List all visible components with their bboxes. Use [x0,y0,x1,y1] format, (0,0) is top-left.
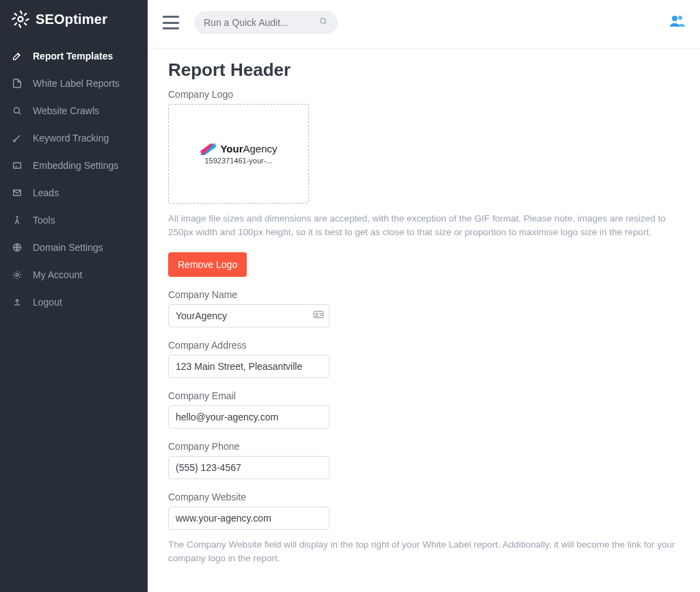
website-note: The Company Website field will display i… [168,538,679,566]
svg-point-11 [316,313,318,315]
brand-text: SEOptimer [36,12,107,27]
company-logo-mark-icon [200,143,216,155]
upload-icon [11,297,23,308]
magnify-icon [11,105,23,116]
company-website-label: Company Website [168,492,679,502]
sidebar-item-tools[interactable]: Tools [0,206,148,234]
company-phone-label: Company Phone [168,441,679,452]
logo-preview-top: YourAgency [200,143,277,155]
app-root: SEOptimer Report Templates White Label R… [0,0,700,592]
company-name-row: Company Name [168,289,679,327]
search-input-wrap[interactable] [194,11,338,34]
svg-point-6 [16,273,18,276]
sidebar-item-website-crawls[interactable]: Website Crawls [0,97,148,124]
company-logo-bold: Your [220,143,243,154]
sidebar-item-label: Domain Settings [33,242,103,253]
logo-dropzone[interactable]: YourAgency 1592371461-your-... [168,104,309,204]
search-icon [319,16,328,29]
svg-point-2 [14,140,16,142]
doc-icon [11,78,23,89]
sidebar: SEOptimer Report Templates White Label R… [0,0,148,592]
svg-point-9 [678,16,682,20]
sidebar-item-my-account[interactable]: My Account [0,261,148,288]
sidebar-item-embedding-settings[interactable]: Embedding Settings [0,152,148,179]
tools-icon [11,215,23,226]
svg-point-7 [321,18,325,23]
key-icon [11,133,23,144]
sidebar-item-logout[interactable]: Logout [0,288,148,316]
company-website-input[interactable] [168,507,329,530]
brand: SEOptimer [0,0,148,41]
sidebar-item-keyword-tracking[interactable]: Keyword Tracking [0,124,148,152]
sidebar-item-label: Report Templates [33,51,113,62]
id-card-icon [313,310,324,322]
sidebar-item-label: Keyword Tracking [33,133,109,144]
sidebar-item-white-label-reports[interactable]: White Label Reports [0,70,148,97]
remove-logo-button[interactable]: Remove Logo [168,252,247,277]
topbar [148,0,700,49]
sidebar-item-label: Embedding Settings [33,160,118,171]
company-email-input[interactable] [168,405,329,429]
sidebar-item-label: Logout [33,297,62,308]
globe-icon [11,242,23,253]
company-logo-light: Agency [243,143,278,154]
sidebar-item-label: White Label Reports [33,78,120,89]
company-address-row: Company Address [168,340,679,378]
main: Report Header Company Logo YourAgency 15… [148,0,700,592]
company-logo-text: YourAgency [220,143,277,155]
logo-filename-caption: 1592371461-your-... [204,157,272,165]
sidebar-item-leads[interactable]: Leads [0,179,148,206]
svg-point-8 [672,16,677,21]
company-name-label: Company Name [168,289,679,300]
company-website-row: Company Website [168,492,679,530]
sidebar-item-label: My Account [33,269,82,280]
company-phone-row: Company Phone [168,441,679,479]
edit-icon [11,51,23,62]
search-input[interactable] [204,17,312,28]
sidebar-item-label: Leads [33,187,59,198]
sidebar-item-label: Tools [33,215,55,226]
logo-note: All image file sizes and dimensions are … [168,212,679,240]
company-email-label: Company Email [168,390,679,401]
company-name-input[interactable] [168,304,329,327]
users-icon [669,20,685,31]
mail-icon [11,187,23,198]
company-address-input[interactable] [168,355,329,378]
gear-icon [11,269,23,280]
user-menu-button[interactable] [669,13,685,32]
page-title: Report Header [168,59,679,81]
sidebar-nav: Report Templates White Label Reports Web… [0,41,148,316]
svg-point-0 [18,17,23,22]
company-logo-label: Company Logo [168,89,679,100]
company-phone-input[interactable] [168,456,329,479]
sidebar-item-label: Website Crawls [33,105,99,116]
sidebar-item-report-templates[interactable]: Report Templates [0,42,148,70]
company-email-row: Company Email [168,390,679,429]
menu-toggle-button[interactable] [163,16,179,29]
sidebar-item-domain-settings[interactable]: Domain Settings [0,234,148,261]
svg-point-1 [14,107,19,113]
company-address-label: Company Address [168,340,679,351]
logo-preview: YourAgency 1592371461-your-... [200,143,277,165]
content: Report Header Company Logo YourAgency 15… [148,49,700,592]
brand-logo-icon [11,10,30,29]
svg-rect-3 [14,163,21,168]
topbar-search [194,11,338,34]
embed-icon [11,160,23,171]
